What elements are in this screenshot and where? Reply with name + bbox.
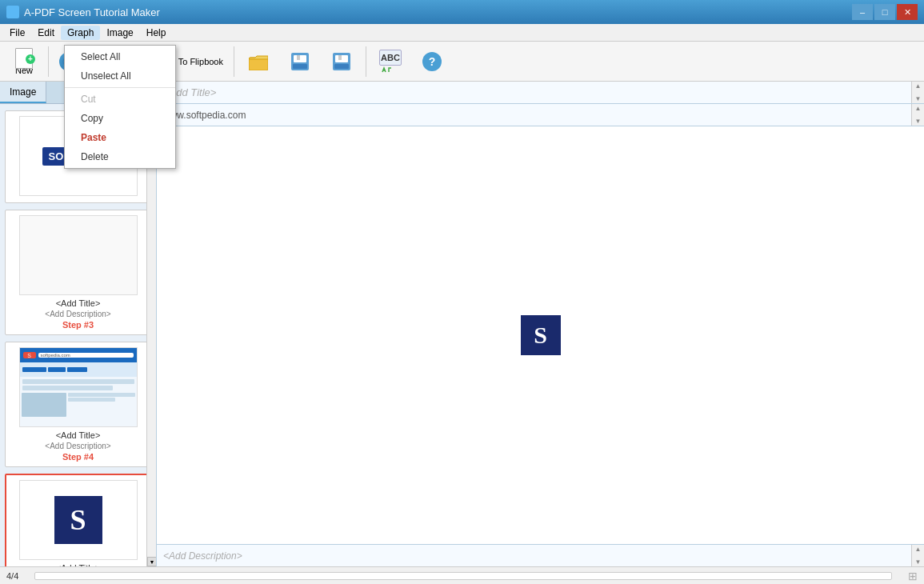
title-bar: A-PDF Screen Tutorial Maker – □ ✕: [0, 0, 924, 24]
spellcheck-button[interactable]: ABC: [371, 44, 410, 79]
close-button[interactable]: ✕: [897, 4, 918, 20]
ctx-copy[interactable]: Copy: [65, 109, 175, 128]
new-icon: +: [13, 48, 35, 64]
help-icon: ?: [422, 52, 442, 71]
desc-placeholder[interactable]: <Add Description>: [163, 550, 242, 562]
maximize-button[interactable]: □: [874, 4, 895, 20]
slide-item-4[interactable]: S <Add Title> www.softpedia.com: [5, 474, 151, 566]
slide-thumbnail-2: [19, 215, 138, 295]
content-title-bar: <Add Title> ▲ ▼: [157, 82, 924, 104]
slide-item-3[interactable]: S softpedia.com: [5, 342, 151, 467]
content-area: <Add Title> ▲ ▼ www.softpedia.com ▲ ▼ S …: [157, 82, 924, 566]
ctx-delete[interactable]: Delete: [65, 147, 175, 166]
slide-item-2[interactable]: <Add Title> <Add Description> Step #3: [5, 210, 151, 335]
title-scroll-down[interactable]: ▼: [914, 94, 923, 103]
url-bar: www.softpedia.com ▲ ▼: [157, 104, 924, 126]
svg-rect-6: [293, 64, 307, 69]
menu-help[interactable]: Help: [140, 26, 173, 40]
slide-title-2: <Add Title>: [9, 298, 147, 308]
desc-bar: <Add Description> ▲ ▼: [157, 544, 924, 566]
toolbar-separator-1: [48, 46, 49, 77]
slide-desc-3: <Add Description>: [9, 442, 147, 450]
slide-thumbnail-3: S softpedia.com: [19, 347, 138, 427]
new-button[interactable]: + New: [5, 44, 43, 79]
title-vscroll: ▲ ▼: [911, 82, 924, 103]
desc-vscroll: ▲ ▼: [911, 545, 924, 566]
resize-icon: ⊞: [908, 570, 918, 582]
save-as-icon: [332, 52, 351, 71]
abc-icon: ABC: [379, 50, 402, 73]
slide-step-3: Step #4: [9, 452, 147, 462]
scroll-down-btn[interactable]: ▼: [147, 557, 157, 566]
s-logo-canvas: S: [521, 315, 561, 355]
ctx-sep-1: [65, 87, 175, 88]
ctx-cut[interactable]: Cut: [65, 90, 175, 109]
slides-list: SOFTPEDIA <Add Title> <Add Description> …: [0, 104, 156, 566]
help-button[interactable]: ?: [413, 44, 451, 79]
slide-thumbnail-4: S: [19, 480, 138, 560]
url-scroll-up[interactable]: ▲: [914, 104, 923, 113]
toolbar-separator-2: [234, 46, 234, 77]
slide-desc-2: <Add Description>: [9, 310, 147, 318]
canvas-area[interactable]: S: [157, 126, 924, 544]
desc-scroll-down[interactable]: ▼: [914, 558, 923, 566]
ctx-select-all[interactable]: Select All: [65, 47, 175, 66]
menu-file[interactable]: File: [3, 26, 31, 40]
open-button[interactable]: [239, 44, 278, 79]
progress-bar: [34, 572, 892, 580]
svg-rect-5: [297, 55, 300, 60]
app-icon: [6, 6, 19, 18]
url-vscroll: ▲ ▼: [911, 104, 924, 126]
title-scroll-up[interactable]: ▲: [914, 82, 923, 90]
ctx-unselect-all[interactable]: Unselect All: [65, 66, 175, 86]
window-title: A-PDF Screen Tutorial Maker: [24, 6, 160, 18]
menu-image[interactable]: Image: [100, 26, 139, 40]
image-tab[interactable]: Image: [0, 82, 46, 103]
desc-scroll-up[interactable]: ▲: [914, 545, 923, 554]
url-scroll-down[interactable]: ▼: [914, 117, 923, 126]
slide-step-2: Step #3: [9, 320, 147, 330]
menu-graph[interactable]: Graph: [61, 26, 100, 40]
svg-rect-9: [338, 55, 342, 60]
menu-bar: File Edit Graph Image Help: [0, 24, 924, 42]
s-logo-thumbnail: S: [54, 496, 102, 544]
save-as-button[interactable]: [322, 44, 361, 79]
slide-count: 4/4: [6, 571, 18, 581]
window-controls: – □ ✕: [852, 4, 918, 20]
slide-title-3: <Add Title>: [9, 430, 147, 440]
status-bar: 4/4 ⊞: [0, 566, 924, 584]
screenshot-image: S softpedia.com: [20, 348, 137, 426]
left-scrollbar[interactable]: ▲ ▼: [146, 104, 156, 566]
minimize-button[interactable]: –: [852, 4, 873, 20]
context-menu: Select All Unselect All Cut Copy Paste D…: [64, 45, 176, 169]
toolbar-separator-3: [366, 46, 366, 77]
menu-edit[interactable]: Edit: [31, 26, 61, 40]
save-button[interactable]: [281, 44, 319, 79]
svg-rect-10: [334, 64, 349, 69]
ctx-paste[interactable]: Paste: [65, 128, 175, 147]
save-icon: [290, 52, 310, 71]
folder-icon: [249, 52, 268, 71]
